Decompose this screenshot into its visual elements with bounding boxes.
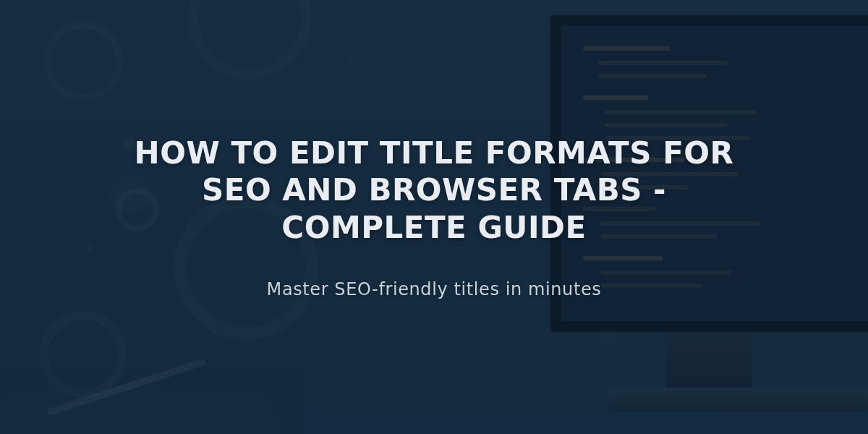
page-subtitle: Master SEO-friendly titles in minutes	[267, 279, 602, 299]
hero-content: HOW TO EDIT TITLE FORMATS FOR SEO AND BR…	[0, 0, 868, 434]
page-title: HOW TO EDIT TITLE FORMATS FOR SEO AND BR…	[109, 135, 760, 246]
